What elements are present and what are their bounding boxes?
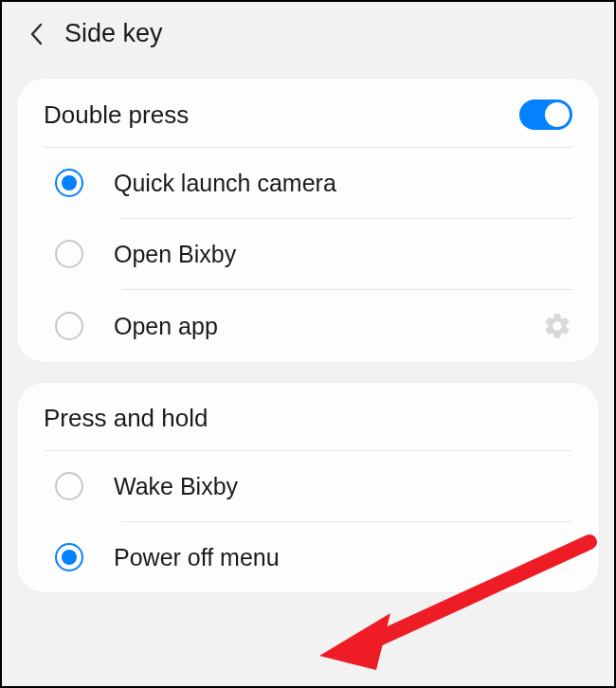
radio-button[interactable]	[55, 312, 83, 340]
press-hold-title: Press and hold	[44, 404, 208, 433]
option-label: Open app	[114, 313, 512, 340]
option-power-off-menu[interactable]: Power off menu	[17, 522, 599, 592]
toggle-knob	[545, 102, 570, 127]
radio-button[interactable]	[55, 240, 83, 268]
option-label: Wake Bixby	[114, 473, 572, 500]
svg-marker-1	[319, 613, 390, 670]
radio-button[interactable]	[55, 169, 83, 197]
page-title: Side key	[64, 19, 163, 48]
option-label: Open Bixby	[114, 241, 572, 268]
radio-button[interactable]	[55, 472, 83, 500]
chevron-left-icon	[29, 23, 43, 45]
option-label: Power off menu	[114, 544, 572, 571]
option-wake-bixby[interactable]: Wake Bixby	[17, 451, 599, 521]
option-quick-launch-camera[interactable]: Quick launch camera	[17, 148, 599, 218]
gear-icon[interactable]	[542, 311, 572, 341]
double-press-title: Double press	[44, 100, 189, 130]
option-open-bixby[interactable]: Open Bixby	[17, 219, 599, 289]
press-hold-header: Press and hold	[17, 383, 599, 450]
option-label: Quick launch camera	[114, 170, 572, 197]
radio-button[interactable]	[55, 543, 83, 571]
press-hold-card: Press and hold Wake Bixby Power off menu	[17, 383, 599, 592]
option-open-app[interactable]: Open app	[17, 290, 599, 362]
double-press-toggle[interactable]	[519, 100, 572, 130]
header-bar: Side key	[2, 2, 614, 65]
double-press-header[interactable]: Double press	[17, 79, 599, 147]
double-press-card: Double press Quick launch camera Open Bi…	[17, 79, 599, 362]
back-button[interactable]	[28, 21, 44, 47]
